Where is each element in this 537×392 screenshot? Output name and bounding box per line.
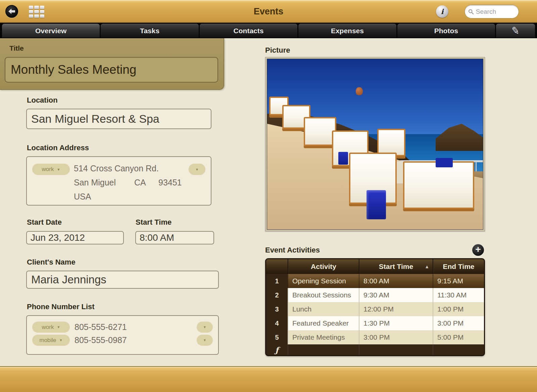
cell-end-time: 9:15 AM xyxy=(433,274,484,288)
phone-number: 805-555-0987 xyxy=(75,335,127,346)
tab-bar: Overview Tasks Contacts Expenses Photos … xyxy=(0,23,537,38)
cell-end-time: 3:00 PM xyxy=(433,316,484,330)
cell-start-time: 9:30 AM xyxy=(359,288,433,302)
address-line1: 514 Cross Canyon Rd. xyxy=(74,161,182,175)
table-row[interactable]: 2 Breakout Sessions 9:30 AM 11:30 AM xyxy=(266,288,484,302)
cell-start-time: 8:00 AM xyxy=(359,274,433,288)
top-toolbar: Events i xyxy=(0,0,537,23)
phone-menu-pill[interactable]: ▼ xyxy=(197,322,213,333)
picture-label: Picture xyxy=(265,46,290,55)
cell-start-time: 1:30 PM xyxy=(359,316,433,330)
chevron-down-icon: ▼ xyxy=(203,325,206,329)
formula-row[interactable]: ƒ xyxy=(266,344,484,355)
address-line2: San MiguelCA93451 xyxy=(74,175,182,189)
row-number: 5 xyxy=(266,330,288,344)
tab-photos[interactable]: Photos xyxy=(397,24,495,38)
address-country: USA xyxy=(74,189,182,204)
fx-cell xyxy=(288,344,359,355)
phone-type-label: mobile xyxy=(40,337,56,344)
title-field[interactable]: Monthly Sales Meeting xyxy=(5,57,218,82)
chevron-down-icon: ▼ xyxy=(59,338,63,342)
tab-overview[interactable]: Overview xyxy=(2,24,100,38)
app-window: Events i Overview Tasks Contacts Expense… xyxy=(0,0,537,392)
phone-type-pill[interactable]: mobile ▼ xyxy=(32,335,70,346)
chevron-down-icon: ▼ xyxy=(195,168,199,171)
start-time-field[interactable]: 8:00 AM xyxy=(135,231,214,244)
address-city: San Miguel xyxy=(74,175,134,189)
cell-activity: Lunch xyxy=(288,302,359,316)
photo-lounge-chair xyxy=(377,129,405,156)
chevron-down-icon: ▼ xyxy=(57,325,60,329)
address-type-pill[interactable]: work ▼ xyxy=(32,164,70,175)
sort-ascending-icon: ▲ xyxy=(425,264,429,269)
edit-layout-button[interactable]: ✎ xyxy=(496,24,535,38)
phone-list-label: Phone Number List xyxy=(27,302,95,311)
client-name-label: Client's Name xyxy=(27,258,76,267)
row-number: 3 xyxy=(266,302,288,316)
phone-list-field[interactable]: work ▼ 805-555-6271 ▼ mobile ▼ 805-555-0… xyxy=(26,315,219,355)
start-date-label: Start Date xyxy=(27,218,62,227)
location-address-field[interactable]: work ▼ ▼ 514 Cross Canyon Rd. San Miguel… xyxy=(26,156,211,206)
cell-start-time: 12:00 PM xyxy=(359,302,433,316)
column-header-label: Start Time xyxy=(379,263,413,271)
cell-end-time: 1:00 PM xyxy=(433,302,484,316)
search-field[interactable] xyxy=(465,5,519,18)
column-header-activity[interactable]: Activity xyxy=(288,259,359,274)
table-row[interactable]: 5 Private Meetings 3:00 PM 5:00 PM xyxy=(266,330,484,344)
photo-lounge-chair xyxy=(304,117,336,146)
row-number: 2 xyxy=(266,288,288,302)
fx-cell xyxy=(433,344,484,355)
chevron-down-icon: ▼ xyxy=(203,338,206,342)
column-header-end-time[interactable]: End Time xyxy=(433,259,484,274)
phone-type-label: work xyxy=(42,324,54,331)
bottom-toolbar: + − xyxy=(0,366,537,392)
cell-end-time: 5:00 PM xyxy=(433,330,484,344)
table-row[interactable]: 1 Opening Session 8:00 AM 9:15 AM xyxy=(266,274,484,288)
address-state: CA xyxy=(134,175,158,189)
search-input[interactable] xyxy=(476,8,515,15)
search-icon xyxy=(468,8,474,15)
address-text: 514 Cross Canyon Rd. San MiguelCA93451 U… xyxy=(74,161,182,204)
title-block: Title Monthly Sales Meeting xyxy=(0,38,224,90)
cell-start-time: 3:00 PM xyxy=(359,330,433,344)
resort-photo xyxy=(267,59,483,230)
add-activity-button[interactable]: + xyxy=(472,244,484,256)
title-field-label: Title xyxy=(9,44,24,52)
photo-blue-pillow xyxy=(436,158,453,167)
phone-type-pill[interactable]: work ▼ xyxy=(32,322,70,333)
table-header: Activity Start Time ▲ End Time xyxy=(266,259,484,274)
cell-activity: Featured Speaker xyxy=(288,316,359,330)
location-label: Location xyxy=(27,96,58,105)
address-menu-pill[interactable]: ▼ xyxy=(189,164,205,175)
photo-sofa xyxy=(403,161,474,209)
info-button[interactable]: i xyxy=(436,5,448,18)
cell-activity: Opening Session xyxy=(288,274,359,288)
address-type-label: work xyxy=(42,166,54,173)
activities-table: Activity Start Time ▲ End Time 1 Opening… xyxy=(265,258,485,356)
pencil-icon: ✎ xyxy=(510,24,521,37)
chevron-down-icon: ▼ xyxy=(57,168,60,171)
table-row[interactable]: 4 Featured Speaker 1:30 PM 3:00 PM xyxy=(266,316,484,330)
phone-menu-pill[interactable]: ▼ xyxy=(197,335,213,346)
row-number-header xyxy=(266,259,288,274)
photo-blue-cube xyxy=(338,152,348,165)
client-name-field[interactable]: Maria Jennings xyxy=(26,271,219,289)
tab-tasks[interactable]: Tasks xyxy=(101,24,198,38)
cell-end-time: 11:30 AM xyxy=(433,288,484,302)
address-zip: 93451 xyxy=(158,178,182,187)
location-field[interactable]: San Miguel Resort & Spa xyxy=(26,109,211,129)
row-number: 4 xyxy=(266,316,288,330)
table-row[interactable]: 3 Lunch 12:00 PM 1:00 PM xyxy=(266,302,484,316)
fx-icon: ƒ xyxy=(266,344,288,355)
row-number: 1 xyxy=(266,274,288,288)
photo-blue-cube xyxy=(367,190,386,219)
picture-field[interactable] xyxy=(265,57,485,231)
fx-cell xyxy=(359,344,433,355)
tab-expenses[interactable]: Expenses xyxy=(298,24,396,38)
cell-activity: Breakout Sessions xyxy=(288,288,359,302)
phone-number: 805-555-6271 xyxy=(75,322,127,333)
info-icon: i xyxy=(441,7,444,16)
start-date-field[interactable]: Jun 23, 2012 xyxy=(26,231,124,244)
tab-contacts[interactable]: Contacts xyxy=(200,24,297,38)
column-header-start-time[interactable]: Start Time ▲ xyxy=(359,259,433,274)
